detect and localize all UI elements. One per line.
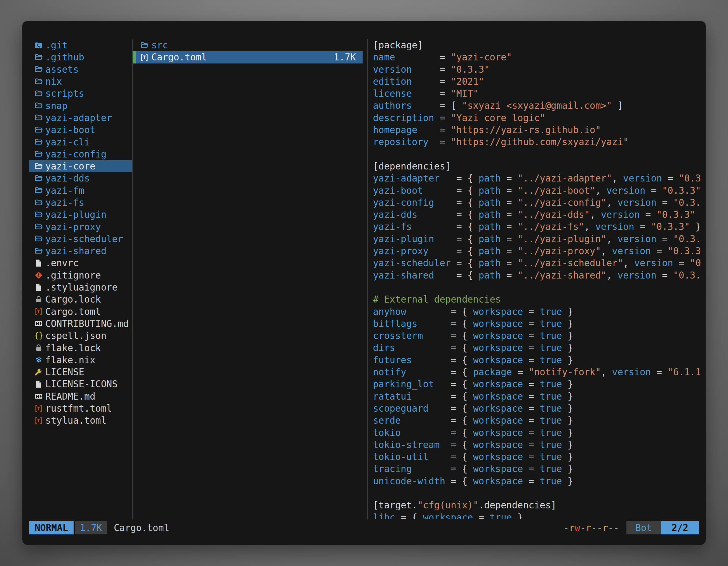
sidebar-item-LICENSE[interactable]: LICENSE xyxy=(29,366,132,378)
code-token: workspace xyxy=(473,476,523,487)
code-token: = { xyxy=(395,512,423,519)
code-token: } xyxy=(562,439,573,450)
sidebar-item-.envrc[interactable]: .envrc xyxy=(29,257,132,269)
toml-icon xyxy=(34,307,43,316)
code-token: path xyxy=(479,185,501,196)
code-token: = { xyxy=(451,403,473,414)
item-label: cspell.json xyxy=(45,330,107,341)
sidebar-item-yazi-shared[interactable]: yazi-shared xyxy=(29,245,132,257)
folder-icon xyxy=(34,162,43,171)
preview-line: license = "MIT" xyxy=(373,88,701,100)
code-token: anyhow xyxy=(373,306,451,317)
sidebar-item-yazi-fm[interactable]: yazi-fm xyxy=(29,185,132,197)
code-token: true xyxy=(540,318,562,329)
folder-icon xyxy=(34,247,43,256)
sidebar-item-rustfmt.toml[interactable]: rustfmt.toml xyxy=(29,402,132,414)
item-label: yazi-plugin xyxy=(45,209,107,220)
code-token: = { xyxy=(451,379,473,389)
code-token: authors xyxy=(373,100,440,111)
sidebar-item-Cargo.lock[interactable]: Cargo.lock xyxy=(29,293,132,305)
item-label: assets xyxy=(45,64,79,75)
item-label: rustfmt.toml xyxy=(45,403,112,414)
preview-line: description = "Yazi core logic" xyxy=(373,112,701,124)
sidebar-item-README.md[interactable]: README.md xyxy=(29,390,132,402)
item-label: yazi-config xyxy=(45,149,107,160)
code-token: "0.3.3" xyxy=(451,64,490,75)
code-token: workspace xyxy=(473,354,523,365)
preview-line: version = "0.3.3" xyxy=(373,64,701,76)
markdown-icon xyxy=(34,391,43,401)
preview-line xyxy=(373,281,701,293)
sidebar-item-.gitignore[interactable]: .gitignore xyxy=(29,269,132,281)
sidebar-item-yazi-core[interactable]: yazi-core xyxy=(29,160,132,172)
file-item-src[interactable]: src xyxy=(133,39,367,51)
code-token: description xyxy=(373,112,440,123)
item-label: CONTRIBUTING.md xyxy=(45,318,129,329)
code-token: edition xyxy=(373,76,440,87)
code-token: = xyxy=(656,197,673,208)
sidebar-item-yazi-cli[interactable]: yazi-cli xyxy=(29,136,132,148)
sidebar-item-yazi-boot[interactable]: yazi-boot xyxy=(29,124,132,136)
sidebar-item-scripts[interactable]: scripts xyxy=(29,88,132,100)
sidebar-item-flake.lock[interactable]: flake.lock xyxy=(29,342,132,354)
sidebar-item-nix[interactable]: nix xyxy=(29,76,132,88)
code-token: true xyxy=(540,427,562,438)
preview-line: tokio-util = { workspace = true } xyxy=(373,451,701,463)
sidebar-item-yazi-scheduler[interactable]: yazi-scheduler xyxy=(29,233,132,245)
sidebar-item-yazi-fs[interactable]: yazi-fs xyxy=(29,197,132,209)
sidebar-item-.styluaignore[interactable]: .styluaignore xyxy=(29,281,132,293)
sidebar-item-yazi-dds[interactable]: yazi-dds xyxy=(29,172,132,184)
preview-line: [package] xyxy=(373,39,701,51)
preview-line: tracing = { workspace = true } xyxy=(373,463,701,475)
sidebar-item-CONTRIBUTING.md[interactable]: CONTRIBUTING.md xyxy=(29,318,132,330)
sidebar-item-yazi-adapter[interactable]: yazi-adapter xyxy=(29,112,132,124)
code-token: = xyxy=(440,125,451,135)
code-token: } xyxy=(512,512,523,519)
code-token: yazi-scheduler xyxy=(373,258,456,269)
sidebar-item-stylua.toml[interactable]: stylua.toml xyxy=(29,414,132,426)
file-icon xyxy=(34,379,43,389)
sidebar-item-snap[interactable]: snap xyxy=(29,100,132,112)
code-token: } xyxy=(562,476,573,487)
lock-icon xyxy=(34,295,43,304)
preview-line: libc = { workspace = true } xyxy=(373,511,701,519)
file-item-Cargo.toml[interactable]: Cargo.toml1.7K xyxy=(133,51,363,63)
item-label: scripts xyxy=(45,88,84,99)
code-token: = xyxy=(440,137,451,147)
code-token: = xyxy=(501,221,518,232)
code-token: = xyxy=(440,76,451,87)
code-token: notify xyxy=(373,366,451,377)
preview-line: dirs = { workspace = true } xyxy=(373,342,701,354)
sidebar-item-yazi-plugin[interactable]: yazi-plugin xyxy=(29,209,132,221)
code-token: version xyxy=(617,270,656,281)
sidebar-item-cspell.json[interactable]: {}cspell.json xyxy=(29,330,132,342)
code-token: = xyxy=(634,221,651,232)
permission-char: r xyxy=(586,522,591,533)
code-token: = xyxy=(501,270,518,281)
code-token: yazi-config xyxy=(373,197,456,208)
code-token: yazi-boot xyxy=(373,185,456,196)
pane-divider-right xyxy=(367,39,368,520)
folder-icon xyxy=(34,234,43,244)
sidebar-item-yazi-proxy[interactable]: yazi-proxy xyxy=(29,221,132,233)
code-token: } xyxy=(562,427,573,438)
code-token: = xyxy=(656,270,673,281)
sidebar-item-.git[interactable]: .git xyxy=(29,39,132,51)
code-token: version xyxy=(623,173,662,184)
code-token: = xyxy=(645,185,662,196)
sidebar-item-flake.nix[interactable]: ❄flake.nix xyxy=(29,354,132,366)
code-token: yazi-proxy xyxy=(373,246,456,257)
sidebar-item-yazi-config[interactable]: yazi-config xyxy=(29,148,132,160)
code-token: = { xyxy=(456,185,478,196)
sidebar-item-assets[interactable]: assets xyxy=(29,64,132,76)
preview-line: futures = { workspace = true } xyxy=(373,354,701,366)
code-token: true xyxy=(540,330,562,341)
sidebar-item-LICENSE-ICONS[interactable]: LICENSE-ICONS xyxy=(29,378,132,390)
permission-char: w xyxy=(575,522,580,533)
code-token: = xyxy=(523,379,540,389)
code-token: , xyxy=(584,221,595,232)
code-token: true xyxy=(540,306,562,317)
sidebar-item-.github[interactable]: .github xyxy=(29,51,132,63)
sidebar-item-Cargo.toml[interactable]: Cargo.toml xyxy=(29,305,132,318)
code-token: version xyxy=(617,197,656,208)
